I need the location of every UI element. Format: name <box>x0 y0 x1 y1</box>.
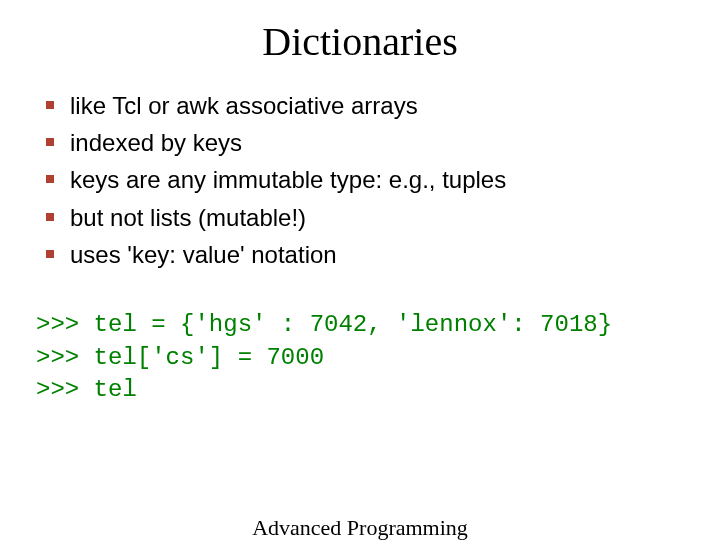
bullet-item: indexed by keys <box>44 124 684 161</box>
bullet-item: keys are any immutable type: e.g., tuple… <box>44 161 684 198</box>
code-line: >>> tel = {'hgs' : 7042, 'lennox': 7018} <box>36 311 612 338</box>
bullet-list: like Tcl or awk associative arrays index… <box>44 87 684 273</box>
bullet-item: uses 'key: value' notation <box>44 236 684 273</box>
slide-title: Dictionaries <box>36 18 684 65</box>
bullet-item: but not lists (mutable!) <box>44 199 684 236</box>
code-line: >>> tel <box>36 376 137 403</box>
slide: Dictionaries like Tcl or awk associative… <box>0 0 720 540</box>
footer-text: Advanced Programming <box>0 515 720 540</box>
bullet-item: like Tcl or awk associative arrays <box>44 87 684 124</box>
code-block: >>> tel = {'hgs' : 7042, 'lennox': 7018}… <box>36 277 684 439</box>
code-line: >>> tel['cs'] = 7000 <box>36 344 324 371</box>
